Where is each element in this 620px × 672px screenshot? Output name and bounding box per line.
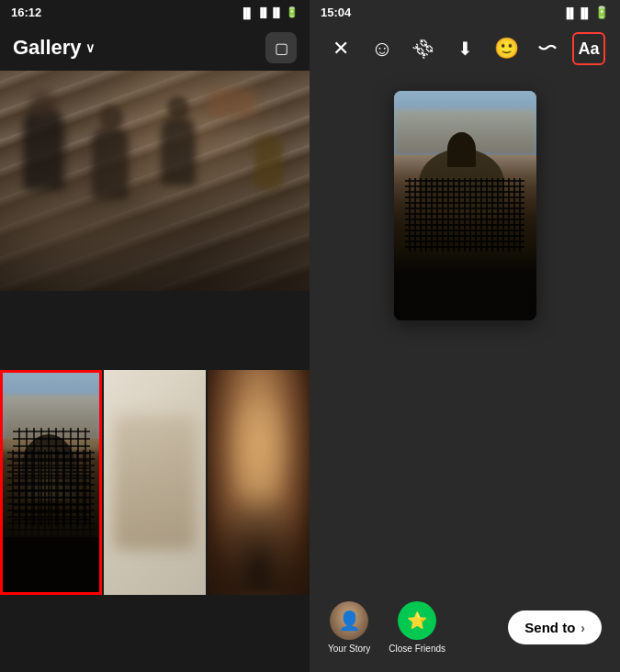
gallery-chevron-icon: ∨ [85,40,95,55]
right-signal-icon: ▐▌▐▌ [563,7,592,18]
emoji-button[interactable]: ☺ [366,32,399,65]
audio-icon: 〜 [537,35,558,62]
story-preview-area [310,73,620,587]
download-icon: ⬇ [457,38,473,60]
battery-icon: 🔋 [286,6,299,18]
star-icon: ⭐ [407,610,427,631]
send-to-label: Send to [524,620,575,635]
right-time: 15:04 [321,6,351,19]
send-arrow-icon: › [581,621,585,635]
close-icon: ✕ [333,37,349,61]
right-battery-icon: 🔋 [594,6,609,19]
link-button[interactable]: ⛓ [407,32,440,65]
left-time: 16:12 [11,6,41,19]
gallery-title-btn[interactable]: Gallery ∨ [13,36,95,60]
list-item[interactable] [0,370,102,595]
left-status-bar: 16:12 ▐▌ ▐▌▐▌ 🔋 [0,0,310,25]
close-friends-button[interactable]: ⭐ Close Friends [389,601,445,654]
multi-select-icon: ▢ [275,39,288,57]
story-image [394,91,536,320]
emoji-icon: ☺ [371,36,394,62]
text-button[interactable]: Aa [572,32,605,65]
signal-icon-1: ▐▌ [240,7,254,18]
close-friends-label: Close Friends [389,644,445,654]
story-actions: 👤 Your Story ⭐ Close Friends [328,601,445,654]
sticker-icon: 🙂 [494,37,519,61]
close-friends-icon: ⭐ [398,601,436,640]
list-item[interactable] [0,71,310,291]
right-toolbar: ✕ ☺ ⛓ ⬇ 🙂 〜 Aa [310,25,620,73]
left-status-icons: ▐▌ ▐▌▐▌ 🔋 [240,6,299,18]
avatar: 👤 [330,601,368,640]
link-icon: ⛓ [410,35,437,62]
avatar-inner: 👤 [330,601,368,640]
story-image-inner [394,91,536,320]
download-button[interactable]: ⬇ [448,32,481,65]
audio-button[interactable]: 〜 [531,32,564,65]
left-panel: 16:12 ▐▌ ▐▌▐▌ 🔋 Gallery ∨ ▢ [0,0,310,672]
right-panel: 15:04 ▐▌▐▌ 🔋 ✕ ☺ ⛓ ⬇ 🙂 〜 Aa [310,0,620,672]
gallery-grid [0,71,310,672]
text-label: Aa [578,39,599,59]
multi-select-button[interactable]: ▢ [265,32,297,63]
your-story-button[interactable]: 👤 Your Story [328,601,370,654]
send-to-button[interactable]: Send to › [508,610,602,644]
right-bottom: 👤 Your Story ⭐ Close Friends Send to › [310,587,620,672]
gallery-label: Gallery [13,36,82,60]
close-button[interactable]: ✕ [324,32,357,65]
list-item[interactable] [104,370,206,595]
list-item[interactable] [208,370,310,595]
sticker-button[interactable]: 🙂 [490,32,523,65]
right-status-bar: 15:04 ▐▌▐▌ 🔋 [310,0,620,25]
right-status-icons: ▐▌▐▌ 🔋 [563,6,609,19]
your-story-label: Your Story [328,644,370,654]
left-header: Gallery ∨ ▢ [0,25,310,71]
signal-icon-2: ▐▌▐▌ [257,7,283,17]
